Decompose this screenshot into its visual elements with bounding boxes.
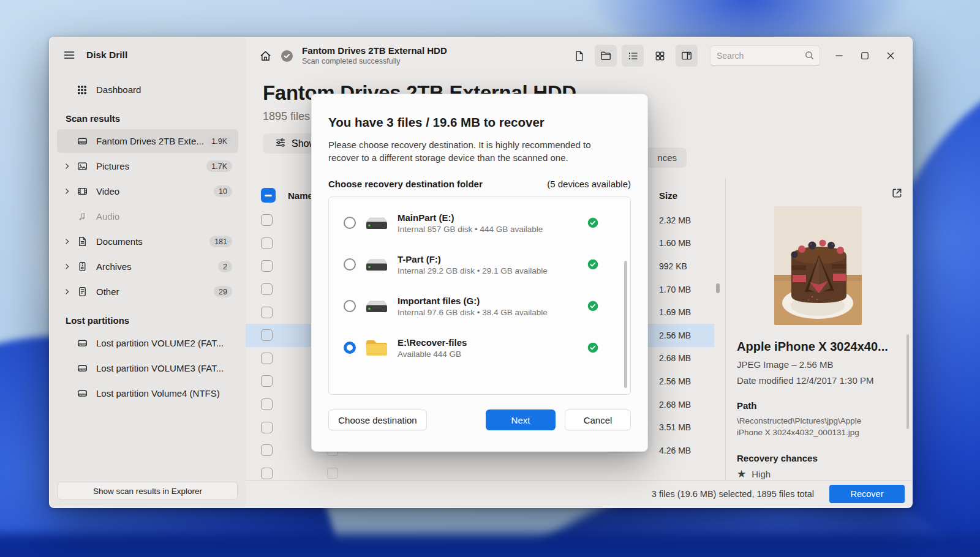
open-external-icon[interactable] — [891, 187, 903, 200]
file-info-icon[interactable] — [568, 45, 590, 67]
home-icon[interactable] — [259, 50, 272, 62]
list-view-icon[interactable] — [622, 45, 644, 67]
chevron-right-icon[interactable] — [61, 187, 73, 195]
sidebar-scan-item[interactable]: Other 29 — [57, 280, 238, 304]
document-icon — [75, 236, 89, 247]
row-checkbox[interactable] — [261, 468, 273, 479]
sidebar-lost-partition-item[interactable]: Lost partition VOLUME3 (FAT... — [57, 356, 238, 380]
archive-icon — [75, 261, 89, 272]
destination-detail: Internal 97.6 GB disk • 38.4 GB availabl… — [398, 308, 548, 317]
preview-panel: Apple iPhone X 3024x40... JPEG Image – 2… — [725, 178, 912, 480]
row-checkbox[interactable] — [261, 375, 273, 387]
row-checkbox[interactable] — [261, 353, 273, 364]
sidebar-item-dashboard[interactable]: Dashboard — [57, 78, 238, 102]
destination-option[interactable]: E:\Recover-files Available 444 GB — [329, 327, 630, 368]
next-button[interactable]: Next — [486, 409, 556, 430]
maximize-button[interactable] — [852, 43, 878, 68]
desktop-wallpaper: Disk Drill Dashboard Scan results — [0, 0, 980, 557]
sidebar-header: Disk Drill — [50, 37, 246, 73]
destination-detail: Internal 29.2 GB disk • 29.1 GB availabl… — [398, 266, 548, 275]
panel-scrollbar-thumb[interactable] — [907, 334, 909, 429]
sidebar-scan-item[interactable]: Pictures 1.7K — [57, 154, 238, 178]
chevron-right-icon[interactable] — [61, 237, 73, 245]
destination-detail: Internal 857 GB disk • 444 GB available — [398, 225, 543, 234]
destination-options: MainPart (E:) Internal 857 GB disk • 444… — [329, 202, 630, 368]
drive3d-icon — [364, 298, 390, 314]
folder-view-icon[interactable] — [595, 45, 617, 67]
grid-view-icon[interactable] — [649, 45, 671, 67]
statusbar: 3 files (19.6 MB) selected, 1895 files t… — [246, 480, 912, 507]
file-type-icon — [327, 468, 338, 479]
dialog-subheader: Choose recovery destination folder (5 de… — [328, 179, 631, 189]
search-box — [710, 45, 820, 66]
chevron-right-icon[interactable] — [61, 288, 73, 296]
sidebar-scan-item[interactable]: Video 10 — [57, 179, 238, 203]
count-badge: 1.7K — [206, 160, 232, 172]
sidebar-scan-item[interactable]: Documents 181 — [57, 230, 238, 253]
destination-option[interactable]: T-Part (F:) Internal 29.2 GB disk • 29.1… — [329, 244, 630, 285]
dialog-scrollbar-thumb[interactable] — [624, 261, 627, 388]
chevron-right-icon[interactable] — [61, 263, 73, 271]
preview-pane-icon[interactable] — [676, 45, 698, 67]
hamburger-menu-icon[interactable] — [63, 49, 75, 61]
file-size: 2.56 MB — [659, 376, 691, 386]
check-circle-icon — [587, 217, 598, 228]
row-checkbox[interactable] — [261, 398, 273, 410]
sidebar-lost-partition-item[interactable]: Lost partition Volume4 (NTFS) — [57, 381, 238, 405]
destination-name: MainPart (E:) — [398, 212, 543, 223]
table-scrollbar-thumb[interactable] — [716, 283, 720, 293]
table-row[interactable] — [246, 462, 714, 480]
row-checkbox[interactable] — [261, 444, 273, 456]
search-input[interactable] — [710, 45, 820, 66]
destination-list: MainPart (E:) Internal 857 GB disk • 444… — [328, 196, 631, 395]
radio-button[interactable] — [344, 258, 356, 271]
scan-results-list: Fantom Drives 2TB Exte... 1.9K Pictures … — [50, 129, 246, 304]
count-badge: 29 — [214, 286, 232, 297]
file-size: 992 KB — [659, 261, 687, 271]
app-title: Disk Drill — [86, 50, 127, 61]
column-header-name: Name — [288, 190, 313, 201]
minimize-button[interactable] — [826, 43, 852, 68]
drive-icon — [75, 136, 89, 146]
show-in-explorer-button[interactable]: Show scan results in Explorer — [58, 482, 238, 500]
scan-status-text: Scan completed successfully — [302, 57, 447, 67]
chevron-right-icon[interactable] — [61, 162, 73, 170]
close-button[interactable] — [878, 43, 903, 68]
sidebar-lost-partition-item[interactable]: Lost partition VOLUME2 (FAT... — [57, 331, 238, 355]
devices-available-count: (5 devices available) — [547, 179, 631, 189]
destination-option[interactable]: Important files (G:) Internal 97.6 GB di… — [329, 285, 630, 327]
sidebar-scan-item[interactable]: Fantom Drives 2TB Exte... 1.9K — [57, 129, 238, 153]
row-checkbox[interactable] — [261, 260, 273, 272]
lost-partitions-section-label: Lost partitions — [50, 305, 246, 330]
path-label: Path — [737, 400, 899, 411]
file-size: 1.70 MB — [659, 285, 691, 294]
row-checkbox[interactable] — [261, 214, 273, 226]
count-badge: 181 — [209, 236, 232, 247]
destination-name: E:\Recover-files — [398, 337, 467, 348]
wallpaper-dark-edge — [0, 534, 980, 557]
file-size: 3.51 MB — [659, 422, 691, 432]
row-checkbox[interactable] — [261, 422, 273, 433]
other-icon — [75, 286, 89, 297]
row-checkbox[interactable] — [261, 307, 273, 318]
image-icon — [75, 161, 89, 171]
drive-icon — [75, 363, 89, 373]
row-checkbox[interactable] — [261, 283, 273, 295]
topbar: Fantom Drives 2TB External HDD Scan comp… — [246, 37, 912, 74]
radio-button[interactable] — [344, 300, 356, 312]
destination-option[interactable]: MainPart (E:) Internal 857 GB disk • 444… — [329, 202, 630, 244]
sidebar-scan-item[interactable]: Archives 2 — [57, 255, 238, 278]
radio-button[interactable] — [344, 217, 356, 229]
choose-destination-button[interactable]: Choose destination — [328, 409, 427, 430]
row-checkbox[interactable] — [261, 237, 273, 249]
file-title: Apple iPhone X 3024x40... — [737, 340, 899, 354]
cancel-button[interactable]: Cancel — [565, 409, 631, 430]
row-checkbox[interactable] — [261, 329, 273, 341]
sidebar-scan-item[interactable]: Audio — [57, 204, 238, 228]
file-size: 1.69 MB — [659, 307, 691, 317]
radio-button[interactable] — [344, 342, 356, 354]
select-all-checkbox-indeterminate[interactable] — [261, 188, 276, 203]
recover-button[interactable]: Recover — [829, 485, 905, 503]
preview-image-cake[interactable] — [774, 206, 862, 325]
drive-icon — [75, 388, 89, 398]
